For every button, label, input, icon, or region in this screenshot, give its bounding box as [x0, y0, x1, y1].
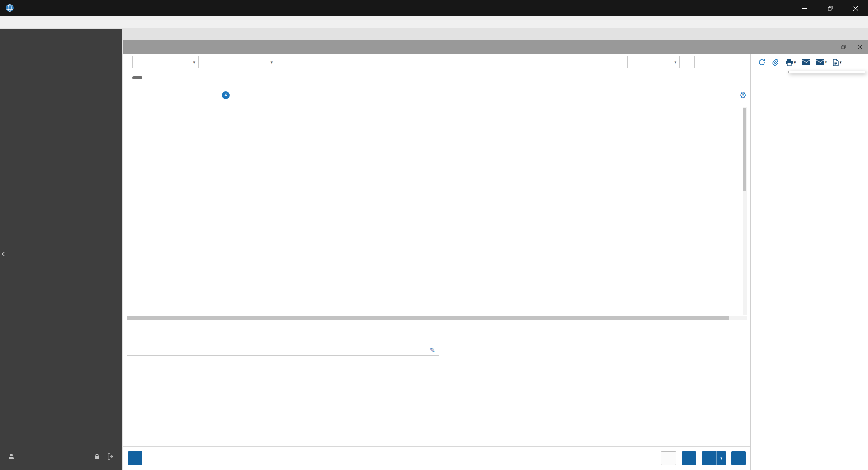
forwarder-select[interactable]: ▾ — [132, 56, 199, 68]
menubar — [0, 16, 868, 29]
chevron-down-icon: ▾ — [840, 60, 842, 65]
chevron-down-icon: ▾ — [794, 60, 796, 65]
print-menu — [788, 70, 865, 73]
reference-input[interactable] — [694, 56, 745, 68]
email-icon[interactable] — [802, 59, 810, 65]
save-receive-dropdown-button[interactable]: ▾ — [716, 451, 726, 465]
save-button[interactable] — [682, 451, 696, 465]
inner-window-titlebar — [123, 40, 868, 54]
print-icon[interactable]: ▾ — [785, 59, 796, 66]
notes-textarea[interactable]: ✎ — [127, 328, 439, 356]
store-select[interactable]: ▾ — [627, 56, 680, 68]
vertical-scrollbar-thumb[interactable] — [743, 108, 746, 191]
sync-icon[interactable] — [758, 58, 766, 66]
user-avatar-icon — [7, 453, 15, 461]
action-bar: ▾ — [123, 446, 750, 470]
status-badge — [132, 76, 142, 79]
inner-minimize-button[interactable] — [819, 40, 835, 54]
lock-icon[interactable] — [94, 453, 100, 460]
email-dropdown-icon[interactable]: ▾ — [816, 59, 827, 65]
document-actions-toolbar: ▾ ▾ ▾ — [751, 54, 868, 70]
sidebar — [0, 29, 122, 470]
shipment-window: ▾ ▾ ▾ — [123, 40, 868, 470]
horizontal-scrollbar[interactable] — [127, 316, 747, 320]
app-logo-icon — [5, 4, 14, 13]
restore-button[interactable] — [817, 0, 843, 16]
vertical-scrollbar[interactable] — [743, 107, 747, 315]
right-panel: ▾ ▾ ▾ — [750, 54, 868, 470]
sidebar-footer — [0, 450, 122, 470]
form-sheet: × ⚙ — [123, 71, 750, 446]
chevron-down-icon: ▾ — [674, 60, 676, 65]
logout-icon[interactable] — [107, 453, 114, 460]
grid-settings-gear-icon[interactable]: ⚙ — [739, 91, 747, 99]
inner-restore-button[interactable] — [835, 40, 852, 54]
sidebar-collapse-handle[interactable] — [0, 249, 5, 259]
sidebar-nav — [0, 29, 122, 30]
chevron-down-icon: ▾ — [825, 60, 827, 65]
save-auto-receive-button[interactable] — [731, 451, 746, 465]
cancel-button[interactable] — [661, 451, 676, 465]
chevron-down-icon: ▾ — [193, 60, 195, 65]
minimize-button[interactable] — [792, 0, 817, 16]
search-input[interactable] — [127, 89, 218, 101]
shipper-select[interactable]: ▾ — [210, 56, 276, 68]
summary-section — [751, 78, 868, 89]
document-tabs — [122, 29, 868, 40]
attachment-icon[interactable] — [772, 58, 779, 66]
toolbar: ▾ ▾ ▾ — [123, 54, 750, 71]
app-version — [0, 463, 122, 467]
inner-close-button[interactable] — [852, 40, 868, 54]
window-titlebar — [0, 0, 868, 16]
grid-toolbar: × ⚙ — [127, 89, 747, 101]
clear-search-button[interactable]: × — [222, 91, 230, 99]
delete-order-button[interactable] — [128, 451, 142, 465]
chevron-down-icon: ▾ — [270, 60, 273, 65]
document-dropdown-icon[interactable]: ▾ — [833, 59, 842, 66]
horizontal-scrollbar-thumb[interactable] — [127, 316, 729, 320]
application-window: ▾ ▾ ▾ — [0, 0, 868, 470]
save-receive-button[interactable] — [702, 451, 716, 465]
related-documents-section — [751, 89, 868, 96]
table-viewport — [127, 107, 743, 315]
close-button[interactable] — [843, 0, 868, 16]
edit-notes-icon[interactable]: ✎ — [429, 346, 435, 354]
